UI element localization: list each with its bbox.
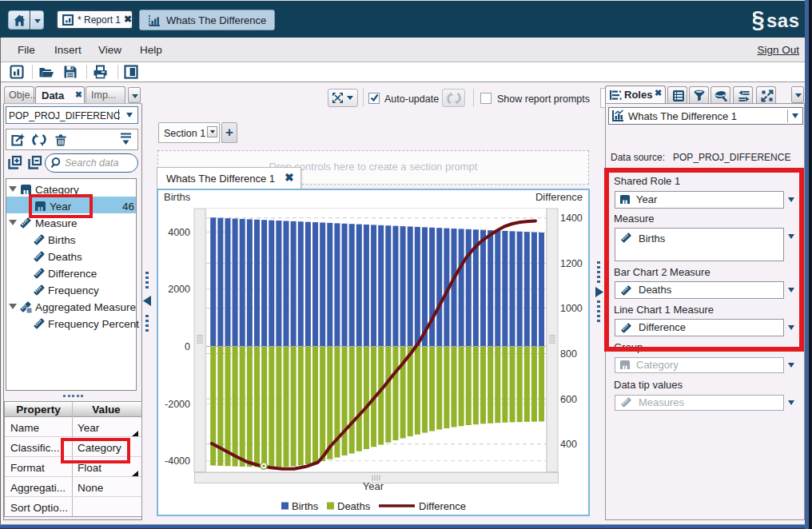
svg-text:1200: 1200: [560, 258, 583, 269]
svg-text:400: 400: [560, 439, 577, 450]
svg-text:-4000: -4000: [165, 455, 190, 467]
svg-text:1000: 1000: [560, 303, 583, 314]
svg-text:Year: Year: [363, 480, 384, 492]
svg-text:4000: 4000: [168, 227, 190, 238]
svg-text:§: §: [753, 6, 765, 32]
svg-text:Difference: Difference: [535, 191, 583, 203]
svg-text:Births: Births: [292, 500, 319, 512]
svg-text:800: 800: [560, 348, 577, 360]
svg-text:2000: 2000: [168, 284, 190, 295]
svg-text:Difference: Difference: [419, 500, 466, 512]
svg-text:Births: Births: [164, 191, 191, 203]
svg-text:600: 600: [560, 394, 577, 405]
svg-text:0: 0: [185, 341, 190, 352]
svg-text:-2000: -2000: [165, 399, 190, 410]
svg-text:sas: sas: [766, 10, 800, 31]
svg-text:1400: 1400: [560, 213, 583, 224]
svg-text:Deaths: Deaths: [337, 500, 371, 512]
